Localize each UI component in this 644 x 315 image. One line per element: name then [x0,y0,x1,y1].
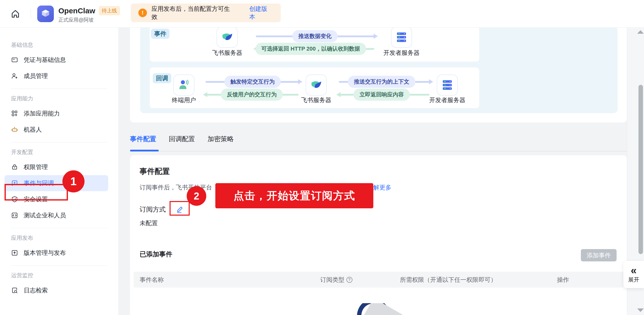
feishu-logo-icon [221,31,233,43]
app-name: OpenClaw [58,7,95,15]
end-user-label: 终端用户 [172,96,196,104]
feishu-open-platform-console: OpenClaw 待上线 正式应用@阿坡 ! 应用发布后，当前配置方可生效 创建… [0,0,644,315]
sidebar-item-label: 测试企业和人员 [24,211,66,219]
sidebar-divider [11,142,107,142]
collapse-double-chevron-icon: « [631,265,636,275]
sidebar-item-label: 成员管理 [24,72,48,80]
lock-icon [11,164,18,171]
sidebar-item-events-callbacks[interactable]: 事件与回调 [5,175,108,191]
credential-icon [11,56,18,63]
edit-pencil-icon [175,205,184,214]
callback-badge: 回调 [153,73,171,83]
sidebar-item-test-company[interactable]: 测试企业和人员 [5,207,108,223]
create-version-link[interactable]: 创建版本 [249,5,273,21]
app-title-row: OpenClaw 待上线 [58,6,120,15]
events-table-header: 事件名称 订阅类型 ? 所需权限（开通以下任一权限即可） 操作 [134,272,624,288]
add-event-button[interactable]: 添加事件 [581,249,617,261]
feishu-server-node [217,28,238,48]
tab-encryption-policy[interactable]: 加密策略 [208,135,234,143]
sidebar-item-add-capability[interactable]: 添加应用能力 [5,105,108,122]
sidebar-item-label: 机器人 [24,126,42,134]
developer-server-node-2 [437,74,458,96]
sidebar-item-log-search[interactable]: 日志检索 [5,282,108,298]
header: OpenClaw 待上线 正式应用@阿坡 [0,0,644,28]
sidebar-item-version-publish[interactable]: 版本管理与发布 [5,245,108,261]
developer-server-node [391,28,412,48]
learn-more-link[interactable]: 了解更多 [367,183,391,191]
push-data-pill: 推送数据变化 [292,30,338,42]
sidebar-item-permissions[interactable]: 权限管理 [5,159,108,175]
scroll-up-arrow[interactable] [637,30,644,34]
feishu-server-label-2: 飞书服务器 [301,96,331,104]
grid-plus-icon [11,110,18,117]
panel-description: 订阅事件后，飞书开放平台 了解更多 [140,183,542,191]
event-badge: 事件 [151,29,170,39]
expand-panel-button[interactable]: « 展开 [623,261,644,288]
feishu-logo-icon [310,79,322,91]
empty-state-illustration [346,303,417,315]
column-required-permissions: 所需权限（开通以下任一权限即可） [400,272,497,288]
edit-subscription-button[interactable] [172,204,187,215]
end-user-node [173,74,194,96]
scroll-down-arrow[interactable] [637,308,644,312]
sidebar-section-monitoring: 运营监控 [11,272,118,279]
member-add-icon [11,72,18,80]
column-subscription-type: 订阅类型 ? [320,272,352,288]
server-icon [396,31,407,43]
http200-pill: 可选择返回 HTTP 200，以确认收到数据 [255,43,366,55]
app-subtitle: 正式应用@阿坡 [58,17,94,23]
tab-callback-config[interactable]: 回调配置 [169,135,195,143]
sidebar-item-credentials[interactable]: 凭证与基础信息 [5,52,108,68]
config-tabs: 事件配置 回调配置 加密策略 [130,123,627,155]
sidebar-divider [11,228,107,228]
column-actions: 操作 [557,272,569,288]
code-icon [11,212,18,219]
status-badge: 待上线 [99,6,120,15]
sidebar-divider [11,89,107,89]
robot-icon [11,126,18,133]
app-logo [37,6,54,22]
active-tab-underline [130,150,159,151]
shield-check-icon [11,196,18,203]
sidebar-item-label: 权限管理 [24,163,48,171]
publish-warning-banner: ! 应用发布后，当前配置方可生效 创建版本 [131,4,281,22]
sidebar-section-capabilities: 应用能力 [11,95,118,102]
developer-server-label: 开发者服务器 [383,49,420,57]
sidebar-section-basic-info: 基础信息 [11,41,118,49]
sidebar-item-label: 凭证与基础信息 [24,56,66,64]
panel-title: 事件配置 [140,166,170,177]
log-search-icon [11,287,18,294]
tabs-divider [130,151,627,151]
sidebar-item-label: 事件与回调 [24,179,54,187]
expand-label: 展开 [628,276,639,284]
sidebar-section-dev-config: 开发配置 [11,148,118,156]
description-text: 订阅事件后，飞书开放平台 [140,184,212,191]
warning-icon: ! [138,9,147,17]
tab-event-config[interactable]: 事件配置 [130,135,156,143]
scrollbar-thumb[interactable] [638,85,643,254]
help-icon[interactable]: ? [346,277,352,283]
added-events-title: 已添加事件 [140,250,172,259]
sidebar-item-label: 添加应用能力 [24,109,60,117]
banner-text: 应用发布后，当前配置方可生效 [151,5,235,21]
trigger-pill: 触发特定交互行为 [224,76,281,88]
feishu-server-label: 飞书服务器 [212,49,242,57]
main-content: 事件 飞书服务器 推送数据变化 可选择返回 HTTP 200，以确认收到数据 开… [118,28,627,315]
sidebar-item-bot[interactable]: 机器人 [5,122,108,138]
feishu-server-node-2 [306,74,327,96]
sidebar-section-publish: 应用发布 [11,234,118,242]
cube-icon [40,8,51,19]
sidebar-item-label: 日志检索 [24,286,48,294]
developer-server-label-2: 开发者服务器 [429,96,465,104]
subscription-status: 未配置 [140,219,158,227]
push-context-pill: 推送交互行为的上下文 [348,76,415,88]
event-callback-diagram-card: 事件 飞书服务器 推送数据变化 可选择返回 HTTP 200，以确认收到数据 开… [130,28,627,123]
column-event-name: 事件名称 [140,272,164,288]
home-button[interactable] [11,9,20,19]
header-divider [31,9,31,19]
user-icon [178,79,190,91]
sidebar-item-members[interactable]: 成员管理 [5,68,108,84]
event-callback-icon [11,180,18,187]
response-pill: 立即返回响应内容 [353,89,410,101]
sidebar-item-security[interactable]: 安全设置 [5,191,108,207]
